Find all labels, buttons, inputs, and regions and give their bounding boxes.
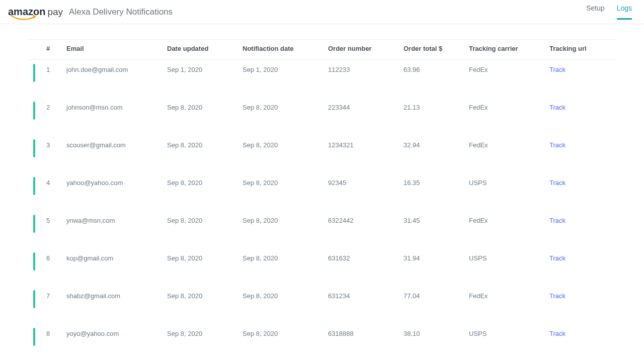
status-bar-icon (33, 139, 35, 157)
status-bar-icon (33, 252, 35, 270)
logo-amazon-text: amazon (8, 6, 45, 18)
table-row: 7shabz@gmail.comSep 8, 2020Sep 8, 202063… (28, 286, 616, 324)
track-link[interactable]: Track (549, 330, 566, 337)
col-header-order-total: Order total $ (399, 40, 465, 60)
status-bar-icon (33, 177, 35, 195)
status-bar-cell (28, 173, 42, 211)
track-link[interactable]: Track (549, 66, 566, 73)
cell-tracking-url: Track (545, 324, 616, 361)
cell-date-updated: Sep 8, 2020 (163, 211, 238, 248)
cell-date-updated: Sep 8, 2020 (163, 135, 238, 173)
cell-idx: 5 (42, 211, 62, 248)
cell-order-total: 77.04 (399, 286, 465, 324)
status-bar-cell (28, 324, 42, 361)
track-link[interactable]: Track (549, 104, 566, 111)
cell-tracking-url: Track (545, 248, 616, 286)
cell-notification-date: Sep 8, 2020 (238, 211, 324, 248)
cell-date-updated: Sep 8, 2020 (163, 98, 238, 135)
col-header-notification-date: Notifiaction date (238, 40, 324, 60)
cell-date-updated: Sep 8, 2020 (163, 248, 238, 286)
header-left: amazon pay Alexa Delivery Notifications (8, 6, 173, 18)
status-bar-icon (33, 328, 35, 346)
track-link[interactable]: Track (549, 217, 566, 224)
logo-pay-text: pay (47, 7, 63, 18)
cell-idx: 4 (42, 173, 62, 211)
cell-email: yahoo@yahoo.com (62, 173, 163, 211)
cell-idx: 8 (42, 324, 62, 361)
cell-email: kop@gmail.com (62, 248, 163, 286)
cell-notification-date: Sep 8, 2020 (238, 135, 324, 173)
status-bar-cell (28, 211, 42, 248)
cell-carrier: FedEx (465, 135, 545, 173)
cell-order-total: 16.35 (399, 173, 465, 211)
track-link[interactable]: Track (549, 141, 566, 149)
cell-notification-date: Sep 8, 2020 (238, 98, 324, 135)
table-row: 4yahoo@yahoo.comSep 8, 2020Sep 8, 202092… (28, 173, 616, 211)
cell-tracking-url: Track (545, 286, 616, 324)
amazon-swoosh-icon (10, 15, 40, 21)
top-nav: Setup Logs (586, 4, 632, 20)
cell-carrier: USPS (465, 248, 545, 286)
cell-order-number: 92345 (324, 173, 399, 211)
table-header-row: # Email Date updated Notifiaction date O… (28, 40, 616, 60)
cell-email: shabz@gmail.com (62, 286, 163, 324)
cell-email: yoyo@yahoo.com (62, 324, 163, 361)
cell-order-total: 63.96 (399, 60, 465, 98)
cell-order-number: 631234 (324, 286, 399, 324)
cell-carrier: FedEx (465, 211, 545, 248)
table-row: 8yoyo@yahoo.comSep 8, 2020Sep 8, 2020631… (28, 324, 616, 361)
col-header-tracking-url: Tracking url (545, 40, 616, 60)
cell-idx: 1 (42, 60, 62, 98)
cell-order-total: 31.94 (399, 248, 465, 286)
cell-order-number: 112233 (324, 60, 399, 98)
cell-carrier: FedEx (465, 60, 545, 98)
logs-table: # Email Date updated Notifiaction date O… (28, 39, 616, 362)
col-header-order-number: Order number (324, 40, 399, 60)
cell-order-number: 223344 (324, 98, 399, 135)
cell-tracking-url: Track (545, 135, 616, 173)
cell-date-updated: Sep 8, 2020 (163, 173, 238, 211)
nav-logs[interactable]: Logs (617, 4, 632, 20)
track-link[interactable]: Track (549, 179, 566, 187)
cell-idx: 6 (42, 248, 62, 286)
cell-tracking-url: Track (545, 60, 616, 98)
table-row: 5ynwa@msn.comSep 8, 2020Sep 8, 202063224… (28, 211, 616, 248)
table-row: 6kop@gmail.comSep 8, 2020Sep 8, 20206316… (28, 248, 616, 286)
cell-carrier: USPS (465, 173, 545, 211)
cell-email: john.doe@gmail.com (62, 60, 163, 98)
main-content: # Email Date updated Notifiaction date O… (0, 24, 644, 362)
cell-idx: 3 (42, 135, 62, 173)
cell-order-number: 6318888 (324, 324, 399, 361)
cell-order-number: 1234321 (324, 135, 399, 173)
cell-notification-date: Sep 8, 2020 (238, 173, 324, 211)
table-row: 1john.doe@gmail.comSep 1, 2020Sep 1, 202… (28, 60, 616, 98)
cell-order-number: 631632 (324, 248, 399, 286)
status-bar-icon (33, 64, 35, 82)
cell-order-number: 6322442 (324, 211, 399, 248)
col-header-date-updated: Date updated (163, 40, 238, 60)
cell-notification-date: Sep 8, 2020 (238, 324, 324, 361)
cell-carrier: FedEx (465, 286, 545, 324)
cell-email: scouser@gmail.com (62, 135, 163, 173)
cell-notification-date: Sep 1, 2020 (238, 60, 324, 98)
cell-order-total: 31.45 (399, 211, 465, 248)
track-link[interactable]: Track (549, 292, 566, 300)
cell-tracking-url: Track (545, 173, 616, 211)
col-header-bar (28, 40, 42, 60)
cell-email: ynwa@msn.com (62, 211, 163, 248)
status-bar-icon (33, 290, 35, 308)
cell-order-total: 32.94 (399, 135, 465, 173)
nav-setup[interactable]: Setup (586, 4, 605, 20)
table-row: 3scouser@gmail.comSep 8, 2020Sep 8, 2020… (28, 135, 616, 173)
status-bar-cell (28, 98, 42, 135)
col-header-carrier: Tracking carrier (465, 40, 545, 60)
cell-carrier: FedEx (465, 98, 545, 135)
cell-idx: 2 (42, 98, 62, 135)
table-row: 2johnson@msn.comSep 8, 2020Sep 8, 202022… (28, 98, 616, 135)
track-link[interactable]: Track (549, 254, 566, 262)
status-bar-cell (28, 286, 42, 324)
status-bar-cell (28, 248, 42, 286)
status-bar-icon (33, 215, 35, 233)
cell-order-total: 38.10 (399, 324, 465, 361)
cell-date-updated: Sep 8, 2020 (163, 324, 238, 361)
